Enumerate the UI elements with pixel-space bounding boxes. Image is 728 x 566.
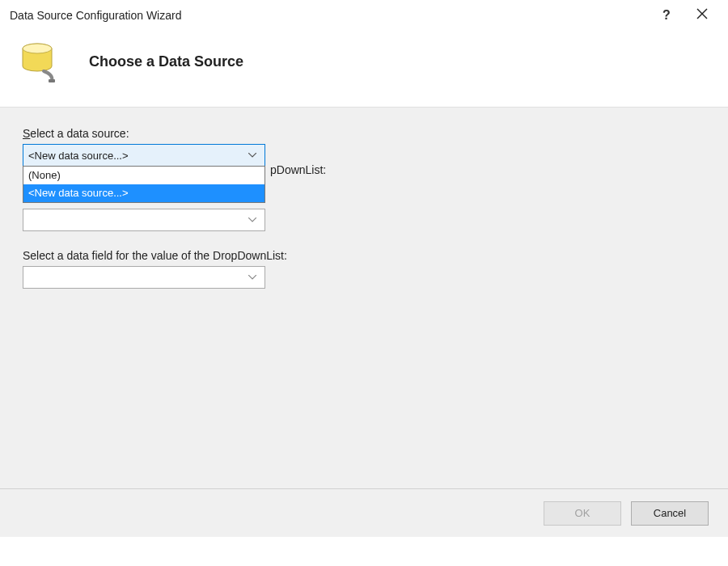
data-source-selected-text: <New data source...>	[28, 150, 245, 162]
value-field-dropdown[interactable]	[23, 266, 265, 289]
help-icon: ?	[662, 8, 671, 23]
ok-button: OK	[544, 501, 621, 526]
data-source-dropdown-list: (None) <New data source...>	[23, 166, 265, 203]
wizard-heading: Choose a Data Source	[89, 53, 243, 70]
close-icon	[696, 8, 708, 23]
select-data-source-label: Select a data source:	[23, 127, 705, 140]
display-field-dropdown[interactable]	[23, 209, 265, 231]
wizard-footer: OK Cancel	[0, 488, 728, 537]
value-field-label: Select a data field for the value of the…	[23, 249, 705, 262]
wizard-header: Choose a Data Source	[0, 31, 728, 107]
cancel-button[interactable]: Cancel	[631, 501, 709, 526]
chevron-down-icon	[245, 218, 260, 222]
display-field-label-fragment: pDownList:	[270, 163, 326, 176]
data-source-icon	[19, 39, 65, 84]
close-button[interactable]	[684, 3, 720, 27]
chevron-down-icon	[245, 275, 260, 280]
data-source-option-none[interactable]: (None)	[23, 167, 265, 184]
svg-rect-4	[49, 79, 55, 82]
title-bar: Data Source Configuration Wizard ?	[0, 0, 728, 31]
chevron-down-icon	[245, 153, 260, 158]
help-button[interactable]: ?	[649, 3, 684, 27]
window-title: Data Source Configuration Wizard	[10, 9, 649, 22]
data-source-dropdown[interactable]: <New data source...>	[23, 144, 265, 167]
data-source-option-new[interactable]: <New data source...>	[23, 184, 265, 202]
wizard-body: Select a data source: <New data source..…	[0, 107, 728, 537]
svg-point-3	[23, 44, 52, 53]
